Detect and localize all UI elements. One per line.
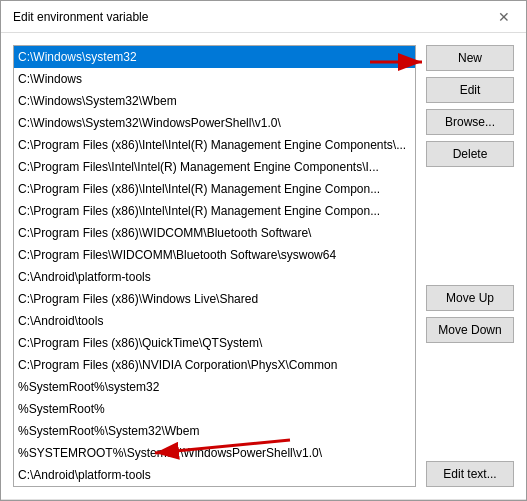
browse-button[interactable]: Browse... xyxy=(426,109,514,135)
delete-button[interactable]: Delete xyxy=(426,141,514,167)
list-item[interactable]: C:\Windows\System32\WindowsPowerShell\v1… xyxy=(14,112,415,134)
new-button[interactable]: New xyxy=(426,45,514,71)
list-item[interactable]: C:\Windows\system32 xyxy=(14,46,415,68)
edit-text-button[interactable]: Edit text... xyxy=(426,461,514,487)
edit-button[interactable]: Edit xyxy=(426,77,514,103)
list-item[interactable]: C:\Program Files (x86)\Intel\Intel(R) Ma… xyxy=(14,200,415,222)
list-item[interactable]: C:\Android\tools xyxy=(14,310,415,332)
list-item[interactable]: C:\Program Files (x86)\NVIDIA Corporatio… xyxy=(14,354,415,376)
title-bar: Edit environment variable ✕ xyxy=(1,1,526,33)
list-item[interactable]: %SystemRoot% xyxy=(14,398,415,420)
list-item[interactable]: C:\Program Files (x86)\QuickTime\QTSyste… xyxy=(14,332,415,354)
list-item[interactable]: C:\Program Files\Intel\Intel(R) Manageme… xyxy=(14,156,415,178)
edit-env-variable-dialog: Edit environment variable ✕ C:\Windows\s… xyxy=(0,0,527,501)
list-item[interactable]: %SystemRoot%\System32\Wbem xyxy=(14,420,415,442)
move-down-button[interactable]: Move Down xyxy=(426,317,514,343)
list-item[interactable]: %SystemRoot%\system32 xyxy=(14,376,415,398)
list-item[interactable]: C:\Windows xyxy=(14,68,415,90)
list-item[interactable]: C:\Android\platform-tools xyxy=(14,464,415,486)
list-item[interactable]: C:\Program Files (x86)\Intel\Intel(R) Ma… xyxy=(14,178,415,200)
list-item[interactable]: %SYSTEMROOT%\System32\WindowsPowerShell\… xyxy=(14,442,415,464)
move-up-button[interactable]: Move Up xyxy=(426,285,514,311)
list-item[interactable]: C:\Program Files (x86)\Intel\Intel(R) Ma… xyxy=(14,134,415,156)
list-item[interactable]: C:\Android\platform-tools xyxy=(14,266,415,288)
list-item[interactable]: C:\Program Files (x86)\Windows Live\Shar… xyxy=(14,288,415,310)
dialog-content: C:\Windows\system32C:\WindowsC:\Windows\… xyxy=(1,33,526,499)
list-item[interactable]: C:\Program Files (x86)\WIDCOMM\Bluetooth… xyxy=(14,222,415,244)
close-button[interactable]: ✕ xyxy=(494,7,514,27)
list-item[interactable]: C:\Windows\System32\Wbem xyxy=(14,90,415,112)
env-variable-list[interactable]: C:\Windows\system32C:\WindowsC:\Windows\… xyxy=(13,45,416,487)
dialog-title: Edit environment variable xyxy=(13,10,148,24)
buttons-panel: New Edit Browse... Delete Move Up Move D… xyxy=(426,45,514,487)
list-item[interactable]: C:\Program Files\WIDCOMM\Bluetooth Softw… xyxy=(14,244,415,266)
